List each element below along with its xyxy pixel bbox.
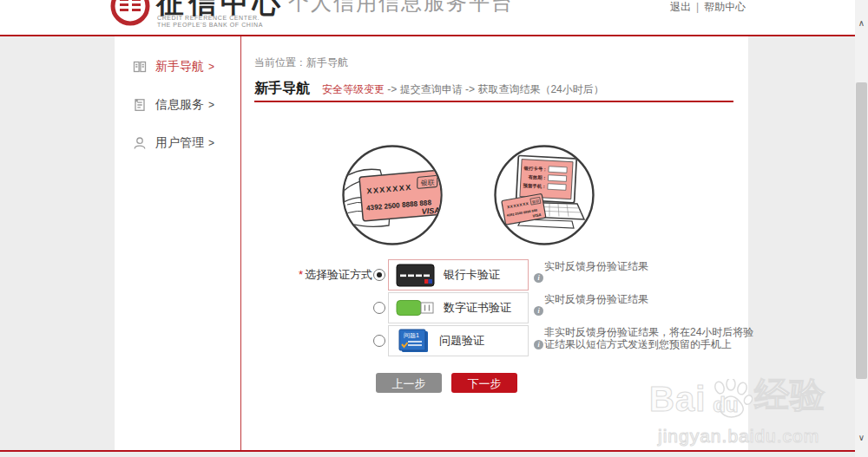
info-icon[interactable]: i	[534, 340, 543, 349]
info-icon[interactable]: i	[534, 306, 543, 316]
baidu-jingyan-watermark: Bai du 经验 jingyan.baidu.com	[649, 371, 825, 447]
option-digital-certificate-verification[interactable]: 数字证书验证	[388, 292, 529, 323]
link-divider: |	[696, 1, 699, 13]
question-doc-icon: 问题1	[396, 328, 431, 354]
footer-divider	[0, 450, 868, 452]
credit-center-logo-icon	[109, 0, 151, 27]
watermark-url: jingyan.baidu.com	[658, 426, 825, 447]
baidu-paw-icon: du	[707, 379, 753, 419]
document-icon	[132, 97, 148, 113]
option-label: 问题验证	[439, 333, 484, 349]
scrollbar[interactable]: ∧ ∨	[855, 0, 868, 457]
chevron-right: >	[208, 61, 214, 73]
svg-text:银联: 银联	[420, 179, 435, 188]
section-title: 新手导航	[254, 80, 310, 98]
chevron-right: >	[208, 99, 214, 111]
scroll-up-icon[interactable]: ∧	[855, 19, 868, 28]
usb-key-icon	[396, 298, 435, 317]
scroll-down-icon[interactable]: ∨	[855, 434, 868, 442]
option-bank-card-verification[interactable]: 银行卡验证	[388, 259, 529, 291]
option-description: 非实时反馈身份验证结果，将在24小时后将验 i 证结果以短信方式发送到您预留的手…	[534, 327, 703, 350]
sidebar-item-label: 新手导航	[155, 59, 204, 75]
step-separator: ->	[387, 83, 397, 95]
header: 征信中心 CREDIT REFERENCE CENTER. THE PEOPLE…	[0, 0, 855, 36]
sidebar: 新手导航 > 信息服务 > 用户管理 >	[115, 36, 241, 451]
previous-step-button[interactable]: 上一步	[376, 373, 442, 393]
sidebar-item-information-service[interactable]: 信息服务 >	[132, 97, 214, 113]
watermark-jingyan: 经验	[754, 371, 825, 419]
step-separator: ->	[465, 83, 475, 95]
section-header: 新手导航 安全等级变更 -> 提交查询申请 -> 获取查询结果（24小时后）	[254, 80, 604, 98]
option-question-verification[interactable]: 问题1 问题验证	[388, 325, 529, 356]
radio-bank-card-verification[interactable]	[373, 269, 385, 281]
option-label: 银行卡验证	[444, 267, 500, 283]
option-label: 数字证书验证	[444, 300, 511, 316]
chevron-right: >	[208, 137, 214, 149]
next-step-button[interactable]: 下一步	[451, 373, 517, 393]
radio-question-verification[interactable]	[373, 335, 385, 347]
step-security-level: 安全等级变更	[322, 83, 385, 95]
help-center-link[interactable]: 帮助中心	[704, 1, 746, 13]
info-icon[interactable]: i	[534, 273, 543, 283]
top-links: 退出|帮助中心	[670, 0, 746, 15]
watermark-bai: Bai	[649, 380, 706, 419]
sidebar-item-label: 用户管理	[155, 135, 204, 151]
verification-method-label: *选择验证方式：	[299, 267, 384, 283]
required-asterisk: *	[299, 268, 303, 281]
step-submit-query: 提交查询申请	[400, 83, 463, 95]
watermark-du: du	[713, 393, 738, 417]
open-book-icon	[132, 59, 148, 75]
breadcrumb: 当前位置：新手导航	[254, 55, 348, 70]
option-description: 实时反馈身份验证结果 i	[534, 261, 703, 272]
laptop-form-illustration: 银行卡号： 有效期： 预留手机： XXXXXXX 银联 4392 2500 88…	[492, 144, 596, 246]
sidebar-item-label: 信息服务	[155, 97, 204, 113]
option-description: 实时反馈身份验证结果 i	[534, 294, 703, 305]
sidebar-item-beginner-guide[interactable]: 新手导航 >	[132, 59, 214, 75]
scrollbar-thumb[interactable]	[856, 82, 867, 379]
person-icon	[132, 135, 148, 151]
logo-english-name: CREDIT REFERENCE CENTER. THE PEOPLE'S BA…	[157, 15, 263, 29]
site-title: 个人信用信息服务平台	[288, 0, 514, 16]
bank-card-illustration: XXXXXXX 银联 4392 2500 8888 888 VISA	[340, 144, 444, 246]
bank-card-icon	[396, 264, 435, 287]
sidebar-item-user-management[interactable]: 用户管理 >	[132, 135, 214, 151]
page: 征信中心 CREDIT REFERENCE CENTER. THE PEOPLE…	[0, 0, 868, 457]
logout-link[interactable]: 退出	[670, 1, 691, 13]
section-underline	[254, 101, 733, 102]
steps-bar: 安全等级变更 -> 提交查询申请 -> 获取查询结果（24小时后）	[322, 82, 604, 97]
svg-text:问题1: 问题1	[404, 332, 419, 339]
step-get-result: 获取查询结果（24小时后）	[477, 83, 603, 95]
radio-digital-certificate-verification[interactable]	[373, 302, 385, 314]
